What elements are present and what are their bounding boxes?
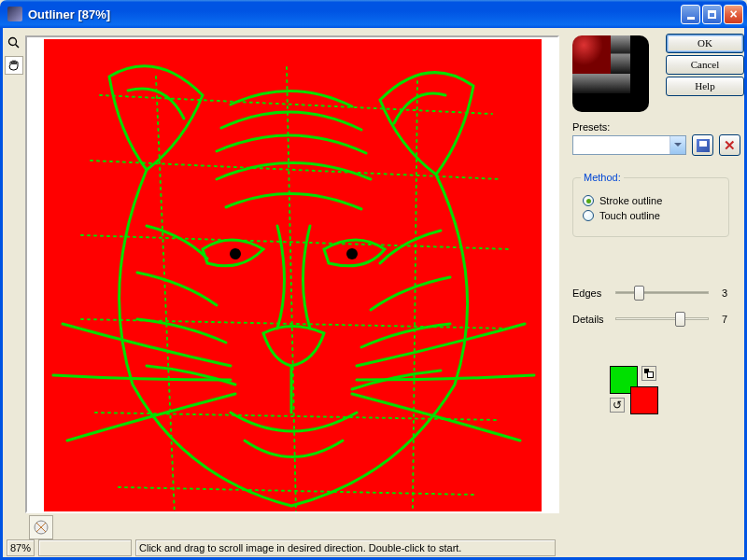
app-icon [7,7,22,21]
radio-label: Stroke outline [599,195,662,206]
edges-slider[interactable] [615,284,709,302]
cancel-button[interactable]: Cancel [666,55,744,75]
save-preset-button[interactable] [692,134,713,156]
status-bar: 87% Click and drag to scroll image in de… [3,539,559,557]
radio-stroke-outline[interactable]: Stroke outline [583,195,719,206]
radio-icon [583,195,594,206]
default-colors-button[interactable] [641,366,656,381]
vendor-logo [572,35,649,112]
minimize-button[interactable] [681,5,700,24]
slider-thumb[interactable] [634,286,644,301]
radio-icon [583,210,594,221]
details-slider[interactable] [615,310,709,329]
history-state-button[interactable] [29,515,53,539]
radio-touch-outline[interactable]: Touch outline [583,210,719,221]
title-bar: Outliner [87%] × [0,0,747,28]
details-value: 7 [716,314,727,325]
svg-line-1 [16,45,20,49]
status-hint: Click and drag to scroll image in desire… [135,539,556,556]
preview-pane[interactable] [25,35,559,513]
presets-combo[interactable] [572,135,686,155]
options-panel: OK Cancel Help Presets: ✕ Method: Stroke… [559,28,744,557]
details-label: Details [572,314,608,325]
delete-icon: ✕ [724,137,736,154]
help-button[interactable]: Help [666,77,744,96]
presets-label: Presets: [572,121,610,133]
edges-value: 3 [716,287,727,299]
zoom-tool[interactable] [5,34,23,52]
slider-thumb[interactable] [675,312,685,327]
radio-label: Touch outline [599,210,660,221]
svg-point-2 [230,248,241,259]
chevron-down-icon[interactable] [669,136,685,154]
swap-colors-button[interactable]: ↺ [610,398,625,413]
preview-canvas [44,39,542,513]
svg-point-3 [346,248,358,259]
delete-preset-button[interactable]: ✕ [719,134,740,156]
background-swatch[interactable] [630,386,658,414]
window-title: Outliner [87%] [26,7,679,21]
save-icon [697,139,710,152]
progress-well [38,539,132,556]
zoom-readout: 87% [7,539,35,556]
color-swatches: ↺ [610,366,675,420]
hand-tool[interactable] [5,56,23,75]
maximize-button[interactable] [702,5,722,24]
tool-strip [3,28,25,557]
close-button[interactable]: × [724,5,743,24]
method-group: Method: Stroke outline Touch outline [572,177,729,237]
svg-point-0 [9,38,17,46]
ok-button[interactable]: OK [666,34,744,53]
method-legend: Method: [581,172,624,183]
edges-label: Edges [572,287,608,299]
